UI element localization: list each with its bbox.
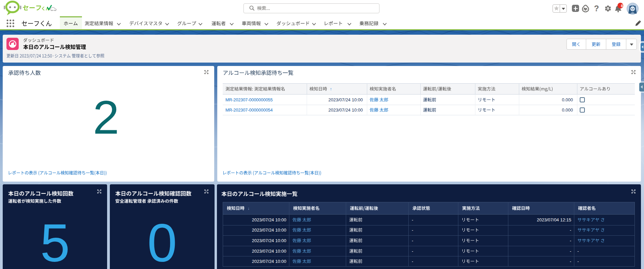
svg-text:-: - xyxy=(570,249,571,254)
svg-text:2023/07/24 10:00: 2023/07/24 10:00 xyxy=(252,249,286,254)
svg-text:8: 8 xyxy=(621,4,623,8)
svg-text:-: - xyxy=(412,217,413,222)
svg-text:↓: ↓ xyxy=(248,206,250,211)
svg-text:-: - xyxy=(412,249,413,254)
svg-text:2023/07/24 10:00: 2023/07/24 10:00 xyxy=(252,238,286,243)
svg-text:-: - xyxy=(412,259,413,264)
svg-text:2023/07/24 10:00: 2023/07/24 10:00 xyxy=(252,228,286,233)
svg-text:↑: ↑ xyxy=(330,87,332,91)
svg-text:2: 2 xyxy=(93,91,119,144)
svg-text:5: 5 xyxy=(40,213,70,269)
svg-text:2023/07/24 10:00: 2023/07/24 10:00 xyxy=(252,259,286,264)
svg-text:-: - xyxy=(577,259,579,264)
svg-text:MR-202307-0000000055: MR-202307-0000000055 xyxy=(225,98,273,102)
svg-text:2023/07/04 12:15: 2023/07/04 12:15 xyxy=(537,217,571,222)
svg-text:2023/07/24 10:00: 2023/07/24 10:00 xyxy=(328,107,363,113)
svg-text:-: - xyxy=(412,238,413,243)
svg-text:0.000: 0.000 xyxy=(562,97,573,102)
svg-text:0.000: 0.000 xyxy=(562,107,573,113)
svg-text:-: - xyxy=(412,228,413,233)
svg-text:MR-202307-0000000054: MR-202307-0000000054 xyxy=(225,108,273,113)
svg-text:-: - xyxy=(570,259,571,264)
svg-text:-: - xyxy=(577,249,579,254)
svg-text:0: 0 xyxy=(147,213,177,269)
svg-text:2023/07/24 10:00: 2023/07/24 10:00 xyxy=(252,217,286,222)
svg-text:?: ? xyxy=(594,4,599,13)
svg-text:2023/07/24 10:00: 2023/07/24 10:00 xyxy=(328,97,363,102)
svg-text:-: - xyxy=(570,228,571,233)
svg-text:-: - xyxy=(570,238,571,243)
